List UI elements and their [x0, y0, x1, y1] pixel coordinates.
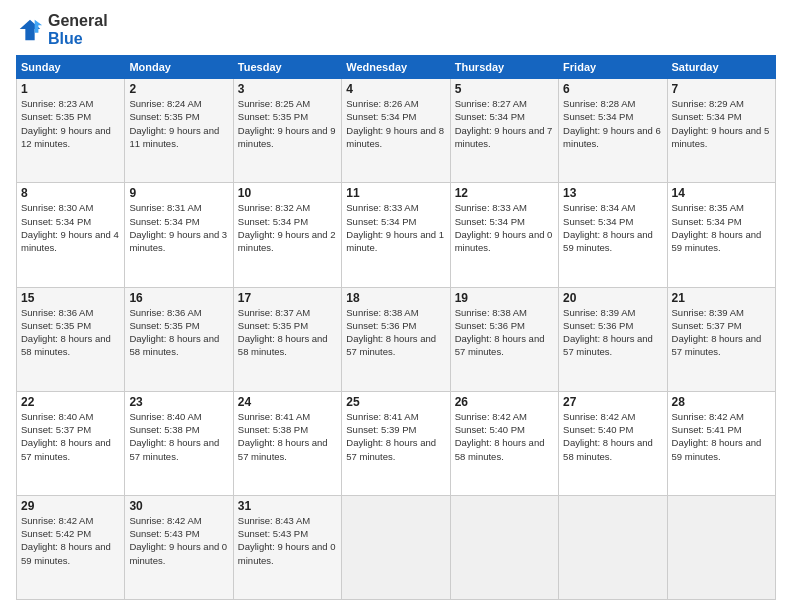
- column-header-saturday: Saturday: [667, 56, 775, 79]
- day-number: 18: [346, 291, 445, 305]
- week-row-3: 15Sunrise: 8:36 AMSunset: 5:35 PMDayligh…: [17, 287, 776, 391]
- day-info: Sunrise: 8:39 AMSunset: 5:36 PMDaylight:…: [563, 306, 662, 359]
- day-cell: 3Sunrise: 8:25 AMSunset: 5:35 PMDaylight…: [233, 79, 341, 183]
- column-header-wednesday: Wednesday: [342, 56, 450, 79]
- day-info: Sunrise: 8:42 AMSunset: 5:41 PMDaylight:…: [672, 410, 771, 463]
- day-cell: 8Sunrise: 8:30 AMSunset: 5:34 PMDaylight…: [17, 183, 125, 287]
- column-header-monday: Monday: [125, 56, 233, 79]
- day-number: 21: [672, 291, 771, 305]
- day-info: Sunrise: 8:27 AMSunset: 5:34 PMDaylight:…: [455, 97, 554, 150]
- day-number: 8: [21, 186, 120, 200]
- day-cell: 4Sunrise: 8:26 AMSunset: 5:34 PMDaylight…: [342, 79, 450, 183]
- day-info: Sunrise: 8:29 AMSunset: 5:34 PMDaylight:…: [672, 97, 771, 150]
- day-info: Sunrise: 8:42 AMSunset: 5:43 PMDaylight:…: [129, 514, 228, 567]
- week-row-1: 1Sunrise: 8:23 AMSunset: 5:35 PMDaylight…: [17, 79, 776, 183]
- day-number: 25: [346, 395, 445, 409]
- day-cell: 15Sunrise: 8:36 AMSunset: 5:35 PMDayligh…: [17, 287, 125, 391]
- header: General Blue: [16, 12, 776, 47]
- svg-marker-1: [35, 19, 42, 32]
- day-cell: 18Sunrise: 8:38 AMSunset: 5:36 PMDayligh…: [342, 287, 450, 391]
- day-info: Sunrise: 8:41 AMSunset: 5:38 PMDaylight:…: [238, 410, 337, 463]
- page: General Blue SundayMondayTuesdayWednesda…: [0, 0, 792, 612]
- day-number: 6: [563, 82, 662, 96]
- day-number: 9: [129, 186, 228, 200]
- day-cell: [342, 495, 450, 599]
- day-info: Sunrise: 8:34 AMSunset: 5:34 PMDaylight:…: [563, 201, 662, 254]
- day-cell: 13Sunrise: 8:34 AMSunset: 5:34 PMDayligh…: [559, 183, 667, 287]
- calendar-header-row: SundayMondayTuesdayWednesdayThursdayFrid…: [17, 56, 776, 79]
- day-number: 28: [672, 395, 771, 409]
- day-info: Sunrise: 8:33 AMSunset: 5:34 PMDaylight:…: [455, 201, 554, 254]
- day-info: Sunrise: 8:32 AMSunset: 5:34 PMDaylight:…: [238, 201, 337, 254]
- day-number: 29: [21, 499, 120, 513]
- day-number: 13: [563, 186, 662, 200]
- day-info: Sunrise: 8:42 AMSunset: 5:40 PMDaylight:…: [563, 410, 662, 463]
- day-cell: [450, 495, 558, 599]
- day-info: Sunrise: 8:43 AMSunset: 5:43 PMDaylight:…: [238, 514, 337, 567]
- day-info: Sunrise: 8:38 AMSunset: 5:36 PMDaylight:…: [346, 306, 445, 359]
- day-cell: 11Sunrise: 8:33 AMSunset: 5:34 PMDayligh…: [342, 183, 450, 287]
- day-cell: 29Sunrise: 8:42 AMSunset: 5:42 PMDayligh…: [17, 495, 125, 599]
- day-cell: [667, 495, 775, 599]
- day-number: 15: [21, 291, 120, 305]
- calendar-table: SundayMondayTuesdayWednesdayThursdayFrid…: [16, 55, 776, 600]
- day-cell: 5Sunrise: 8:27 AMSunset: 5:34 PMDaylight…: [450, 79, 558, 183]
- day-cell: 7Sunrise: 8:29 AMSunset: 5:34 PMDaylight…: [667, 79, 775, 183]
- day-info: Sunrise: 8:28 AMSunset: 5:34 PMDaylight:…: [563, 97, 662, 150]
- day-info: Sunrise: 8:36 AMSunset: 5:35 PMDaylight:…: [21, 306, 120, 359]
- day-number: 11: [346, 186, 445, 200]
- day-info: Sunrise: 8:37 AMSunset: 5:35 PMDaylight:…: [238, 306, 337, 359]
- day-cell: 12Sunrise: 8:33 AMSunset: 5:34 PMDayligh…: [450, 183, 558, 287]
- day-cell: 27Sunrise: 8:42 AMSunset: 5:40 PMDayligh…: [559, 391, 667, 495]
- day-cell: 1Sunrise: 8:23 AMSunset: 5:35 PMDaylight…: [17, 79, 125, 183]
- column-header-tuesday: Tuesday: [233, 56, 341, 79]
- day-info: Sunrise: 8:35 AMSunset: 5:34 PMDaylight:…: [672, 201, 771, 254]
- week-row-2: 8Sunrise: 8:30 AMSunset: 5:34 PMDaylight…: [17, 183, 776, 287]
- day-number: 14: [672, 186, 771, 200]
- day-number: 23: [129, 395, 228, 409]
- day-info: Sunrise: 8:42 AMSunset: 5:40 PMDaylight:…: [455, 410, 554, 463]
- day-cell: 30Sunrise: 8:42 AMSunset: 5:43 PMDayligh…: [125, 495, 233, 599]
- day-cell: 28Sunrise: 8:42 AMSunset: 5:41 PMDayligh…: [667, 391, 775, 495]
- day-cell: 31Sunrise: 8:43 AMSunset: 5:43 PMDayligh…: [233, 495, 341, 599]
- day-info: Sunrise: 8:25 AMSunset: 5:35 PMDaylight:…: [238, 97, 337, 150]
- day-info: Sunrise: 8:41 AMSunset: 5:39 PMDaylight:…: [346, 410, 445, 463]
- day-cell: 10Sunrise: 8:32 AMSunset: 5:34 PMDayligh…: [233, 183, 341, 287]
- day-number: 22: [21, 395, 120, 409]
- day-cell: 26Sunrise: 8:42 AMSunset: 5:40 PMDayligh…: [450, 391, 558, 495]
- day-cell: 22Sunrise: 8:40 AMSunset: 5:37 PMDayligh…: [17, 391, 125, 495]
- day-info: Sunrise: 8:38 AMSunset: 5:36 PMDaylight:…: [455, 306, 554, 359]
- day-cell: 24Sunrise: 8:41 AMSunset: 5:38 PMDayligh…: [233, 391, 341, 495]
- day-number: 10: [238, 186, 337, 200]
- day-cell: 21Sunrise: 8:39 AMSunset: 5:37 PMDayligh…: [667, 287, 775, 391]
- day-number: 19: [455, 291, 554, 305]
- day-info: Sunrise: 8:36 AMSunset: 5:35 PMDaylight:…: [129, 306, 228, 359]
- day-info: Sunrise: 8:24 AMSunset: 5:35 PMDaylight:…: [129, 97, 228, 150]
- day-number: 12: [455, 186, 554, 200]
- day-number: 17: [238, 291, 337, 305]
- column-header-sunday: Sunday: [17, 56, 125, 79]
- day-number: 1: [21, 82, 120, 96]
- day-cell: 17Sunrise: 8:37 AMSunset: 5:35 PMDayligh…: [233, 287, 341, 391]
- day-number: 27: [563, 395, 662, 409]
- day-info: Sunrise: 8:42 AMSunset: 5:42 PMDaylight:…: [21, 514, 120, 567]
- day-cell: 6Sunrise: 8:28 AMSunset: 5:34 PMDaylight…: [559, 79, 667, 183]
- day-cell: 14Sunrise: 8:35 AMSunset: 5:34 PMDayligh…: [667, 183, 775, 287]
- day-info: Sunrise: 8:30 AMSunset: 5:34 PMDaylight:…: [21, 201, 120, 254]
- day-info: Sunrise: 8:26 AMSunset: 5:34 PMDaylight:…: [346, 97, 445, 150]
- day-cell: 19Sunrise: 8:38 AMSunset: 5:36 PMDayligh…: [450, 287, 558, 391]
- day-info: Sunrise: 8:39 AMSunset: 5:37 PMDaylight:…: [672, 306, 771, 359]
- logo-icon: [16, 16, 44, 44]
- day-cell: 25Sunrise: 8:41 AMSunset: 5:39 PMDayligh…: [342, 391, 450, 495]
- column-header-thursday: Thursday: [450, 56, 558, 79]
- day-number: 7: [672, 82, 771, 96]
- day-info: Sunrise: 8:23 AMSunset: 5:35 PMDaylight:…: [21, 97, 120, 150]
- day-info: Sunrise: 8:40 AMSunset: 5:37 PMDaylight:…: [21, 410, 120, 463]
- logo: General Blue: [16, 12, 108, 47]
- day-number: 31: [238, 499, 337, 513]
- day-cell: 9Sunrise: 8:31 AMSunset: 5:34 PMDaylight…: [125, 183, 233, 287]
- logo-text: General Blue: [48, 12, 108, 47]
- day-info: Sunrise: 8:33 AMSunset: 5:34 PMDaylight:…: [346, 201, 445, 254]
- day-number: 20: [563, 291, 662, 305]
- week-row-5: 29Sunrise: 8:42 AMSunset: 5:42 PMDayligh…: [17, 495, 776, 599]
